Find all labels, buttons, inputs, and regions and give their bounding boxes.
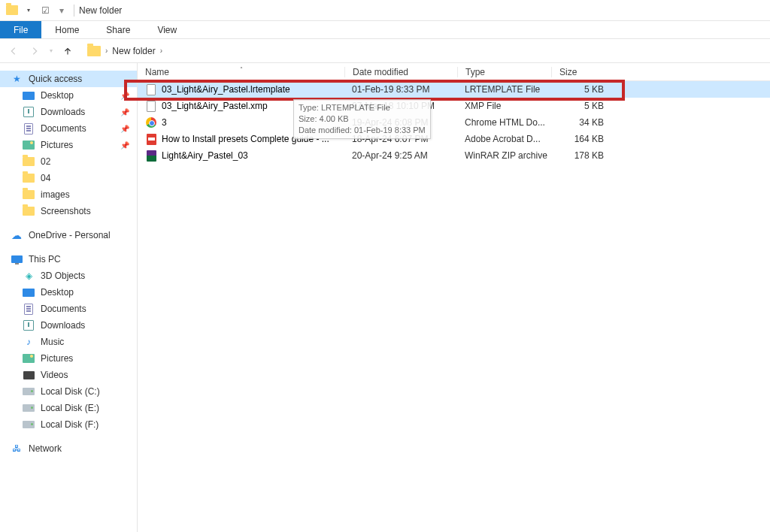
sidebar-item[interactable]: Desktop xyxy=(0,284,137,301)
pdf-icon xyxy=(145,133,157,145)
file-type: Chrome HTML Do... xyxy=(457,117,551,128)
file-type: XMP File xyxy=(457,101,551,111)
sidebar-item[interactable]: Local Disk (F:) xyxy=(0,416,137,433)
tooltip-size: Size: 4.00 KB xyxy=(299,113,426,125)
sidebar-item-label: Pictures xyxy=(41,140,73,150)
drive-icon xyxy=(23,402,35,414)
sidebar-item-label: Pictures xyxy=(41,353,73,364)
window-title: New folder xyxy=(79,5,122,16)
sidebar-item[interactable]: Documents📌 xyxy=(0,120,137,137)
file-rows: 03_Light&Airy_Pastel.lrtemplate 01-Feb-1… xyxy=(138,81,770,164)
pictures-icon xyxy=(23,352,35,364)
pin-icon: 📌 xyxy=(120,92,129,100)
videos-icon xyxy=(23,369,35,381)
sidebar-item[interactable]: Local Disk (E:) xyxy=(0,400,137,416)
qat-dropdown-icon[interactable]: ▾ xyxy=(21,3,36,18)
file-size: 5 KB xyxy=(551,101,611,111)
up-button[interactable] xyxy=(59,42,77,60)
file-size: 34 KB xyxy=(551,117,611,128)
this-pc[interactable]: This PC xyxy=(0,251,137,268)
music-icon: ♪ xyxy=(23,336,35,348)
sidebar-item-label: 02 xyxy=(41,156,50,167)
onedrive-label: OneDrive - Personal xyxy=(29,230,111,240)
quick-access-label: Quick access xyxy=(29,74,82,84)
quick-access[interactable]: ★ Quick access xyxy=(0,71,137,87)
onedrive[interactable]: ☁ OneDrive - Personal xyxy=(0,227,137,243)
qat-undo-icon[interactable]: ▾ xyxy=(54,3,69,18)
documents-icon xyxy=(23,122,35,135)
sidebar-item[interactable]: 02 xyxy=(0,153,137,170)
share-tab[interactable]: Share xyxy=(92,21,144,38)
network-icon: 🖧 xyxy=(11,443,23,455)
tooltip-date: Date modified: 01-Feb-19 8:33 PM xyxy=(299,125,426,136)
file-type: WinRAR ZIP archive xyxy=(457,150,551,161)
column-size[interactable]: Size xyxy=(551,67,611,77)
sidebar-item[interactable]: ♪Music xyxy=(0,334,137,350)
sidebar-item[interactable]: images xyxy=(0,186,137,203)
address-bar[interactable]: › New folder › xyxy=(87,46,162,56)
sidebar-item[interactable]: 04 xyxy=(0,170,137,186)
sidebar-item[interactable]: Downloads📌 xyxy=(0,104,137,120)
file-row[interactable]: Light&Airy_Pastel_03 20-Apr-24 9:25 AM W… xyxy=(138,147,770,164)
downloads-icon xyxy=(23,106,35,118)
file-tab[interactable]: File xyxy=(0,21,41,38)
sidebar-item[interactable]: Desktop📌 xyxy=(0,87,137,104)
file-row[interactable]: 03_Light&Airy_Pastel.xmp 07-Mar-18 10:10… xyxy=(138,98,770,114)
3d-objects-icon: ◈ xyxy=(23,270,35,282)
sidebar-item[interactable]: Screenshots xyxy=(0,203,137,219)
breadcrumb-folder[interactable]: New folder xyxy=(112,46,155,56)
sidebar-item[interactable]: Pictures📌 xyxy=(0,137,137,153)
file-icon xyxy=(145,100,157,112)
sidebar-item[interactable]: Downloads xyxy=(0,317,137,334)
file-list-pane[interactable]: Name ˄ Date modified Type Size 03_Light&… xyxy=(138,63,770,532)
chevron-right-icon[interactable]: › xyxy=(160,47,162,55)
back-button[interactable] xyxy=(5,42,23,60)
recent-dropdown-icon[interactable]: ▾ xyxy=(47,42,56,60)
home-tab[interactable]: Home xyxy=(41,21,92,38)
star-icon: ★ xyxy=(11,73,23,85)
column-name[interactable]: Name ˄ xyxy=(138,67,344,77)
file-tooltip: Type: LRTEMPLATE File Size: 4.00 KB Date… xyxy=(293,99,431,139)
separator xyxy=(74,5,74,17)
downloads-icon xyxy=(23,319,35,331)
sidebar-item[interactable]: Videos xyxy=(0,367,137,383)
file-row[interactable]: 3 19-Apr-24 6:08 PM Chrome HTML Do... 34… xyxy=(138,114,770,131)
sidebar-item-label: Local Disk (C:) xyxy=(41,386,100,397)
file-size: 164 KB xyxy=(551,134,611,144)
column-type[interactable]: Type xyxy=(457,67,551,77)
sidebar-item-label: Local Disk (F:) xyxy=(41,419,99,430)
sidebar-item[interactable]: Local Disk (C:) xyxy=(0,383,137,400)
pc-icon xyxy=(11,253,23,265)
navigation-pane[interactable]: ★ Quick access Desktop📌Downloads📌Documen… xyxy=(0,63,138,532)
sidebar-item-label: Documents xyxy=(41,304,86,314)
ribbon-tabs: File Home Share View xyxy=(0,21,770,39)
sidebar-item-label: Music xyxy=(41,337,64,347)
forward-button[interactable] xyxy=(26,42,44,60)
file-row[interactable]: 03_Light&Airy_Pastel.lrtemplate 01-Feb-1… xyxy=(138,81,770,98)
qat-checkbox-icon[interactable]: ☑ xyxy=(38,3,53,18)
network-label: Network xyxy=(29,443,62,454)
folder-icon xyxy=(23,189,35,201)
file-row[interactable]: How to Install presets Complete guide - … xyxy=(138,131,770,147)
sidebar-item-label: Screenshots xyxy=(41,206,91,216)
sidebar-item[interactable]: Documents xyxy=(0,301,137,317)
this-pc-label: This PC xyxy=(29,254,61,264)
drive-icon xyxy=(23,419,35,431)
quick-access-toolbar: ▾ ☑ ▾ xyxy=(0,3,69,18)
folder-icon xyxy=(23,156,35,168)
file-date: 01-Feb-19 8:33 PM xyxy=(344,84,457,95)
file-name: 03_Light&Airy_Pastel.lrtemplate xyxy=(162,84,290,95)
sidebar-item[interactable]: ◈3D Objects xyxy=(0,268,137,284)
documents-icon xyxy=(23,303,35,315)
pin-icon: 📌 xyxy=(120,125,129,133)
sidebar-item-label: 3D Objects xyxy=(41,271,85,281)
column-date[interactable]: Date modified xyxy=(344,67,457,77)
folder-icon xyxy=(23,205,35,217)
sidebar-item[interactable]: Pictures xyxy=(0,350,137,367)
title-bar: ▾ ☑ ▾ New folder xyxy=(0,0,770,21)
chevron-right-icon[interactable]: › xyxy=(105,47,108,55)
drive-icon xyxy=(23,385,35,397)
sort-indicator-icon: ˄ xyxy=(240,66,243,73)
view-tab[interactable]: View xyxy=(144,21,190,38)
network[interactable]: 🖧 Network xyxy=(0,440,137,457)
